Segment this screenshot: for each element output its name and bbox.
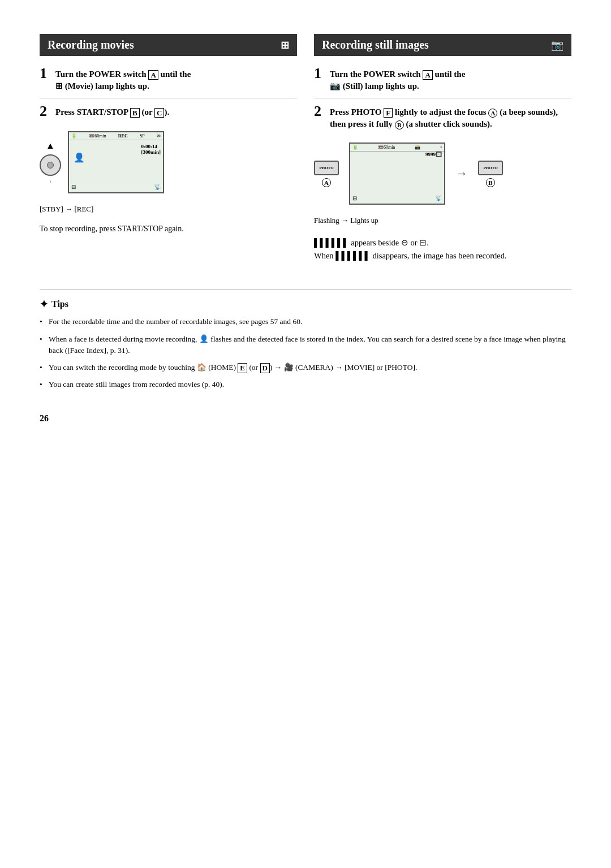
recording-movies-header: Recording movies ⊞ (40, 34, 297, 56)
still-photo-label-a: PHOTO (319, 166, 333, 170)
still-photo-btn-b: PHOTO B (478, 161, 503, 187)
movies-lcd-bat: 🔋 (71, 133, 77, 139)
still-icon: 📷 (551, 39, 563, 51)
still-photo-btn-b-rect: PHOTO (478, 161, 503, 175)
still-lcd-top-a: 🔋 📼60min 📸 • (350, 144, 444, 152)
tips-box-e: E (238, 363, 247, 373)
movies-lcd-sp: SP (140, 133, 145, 139)
movies-lcd-screen: 🔋 📼60min REC SP ✉ 0:00:14 [300min] 👤 ⊟ (68, 131, 164, 193)
still-flashing-label: Flashing → Lights up (314, 216, 378, 225)
still-circle-b-label: B (486, 178, 495, 187)
movies-lcd-60min: 📼60min (89, 133, 106, 139)
still-lcd-screen-a: 🔋 📼60min 📸 • 9999🔲 ⊟ 📡 (349, 142, 445, 205)
movies-step2-box-c: C (154, 108, 164, 118)
still-step1-text: Turn the POWER switch A until the 📷 (Sti… (330, 66, 465, 92)
still-lcd-bat-a: 🔋 (352, 145, 358, 150)
movies-step2-text: Press START/STOP B (or C). (55, 104, 169, 118)
movies-lcd-area: ▲ ↕ 🔋 📼60min REC SP ✉ (40, 131, 164, 193)
movies-lcd-icon1: ⊟ (71, 184, 76, 190)
tips-item-2: When a face is detected during movie rec… (40, 334, 571, 357)
still-step1-box-a: A (423, 70, 432, 80)
still-step2-circle-b: B (395, 120, 404, 129)
movies-lcd-bottom-icons: ⊟ (71, 184, 76, 190)
movies-start-stop-button-left: ▲ ↕ (40, 141, 61, 184)
page-number: 26 (40, 413, 571, 424)
movies-stby-rec: [STBY] → [REC] (40, 205, 93, 214)
still-step1: 1 Turn the POWER switch A until the 📷 (S… (314, 66, 571, 98)
movies-lcd-face: 👤 (74, 152, 85, 163)
movies-stop-note: To stop recording, press START/STOP agai… (40, 223, 184, 235)
tips-label: Tips (51, 299, 68, 309)
tips-item-1: For the recordable time and the number o… (40, 316, 571, 327)
still-lcd-icon-a2: 📡 (435, 195, 442, 201)
recording-still-title: Recording still images (322, 38, 429, 51)
still-step1-number: 1 (314, 66, 325, 81)
movies-lcd-icon2: 📡 (154, 184, 161, 190)
still-appear-line1: ▌▌▌▌▌▌ appears beside ⊖ or ⊟. (314, 236, 507, 249)
movies-btn-circle-left (40, 154, 61, 176)
movies-step1-box-a: A (148, 70, 158, 80)
still-step2: 2 Press PHOTO F lightly to adjust the fo… (314, 104, 571, 268)
movies-step2-number: 2 (40, 104, 51, 119)
still-step2-text: Press PHOTO F lightly to adjust the focu… (330, 104, 571, 130)
tips-list: For the recordable time and the number o… (40, 316, 571, 390)
movies-lcd-bottom-right: 📡 (154, 184, 161, 190)
still-lcd-2m-a: 📸 (415, 145, 420, 150)
recording-movies-title: Recording movies (48, 38, 134, 51)
tips-box-d: D (260, 363, 270, 373)
movies-step1: 1 Turn the POWER switch A until the ⊞ (M… (40, 66, 297, 98)
movies-lcd-time: 0:00:14 [300min] (141, 144, 161, 155)
recording-still-column: Recording still images 📷 1 Turn the POWE… (314, 34, 571, 274)
recording-movies-column: Recording movies ⊞ 1 Turn the POWER swit… (40, 34, 297, 274)
tips-item-3: You can switch the recording mode by tou… (40, 362, 571, 373)
movies-lcd-envelope: ✉ (157, 133, 161, 139)
still-circle-a-label: A (322, 178, 331, 187)
movies-step1-text: Turn the POWER switch A until the ⊞ (Mov… (55, 66, 191, 92)
still-camera-area: PHOTO A 🔋 📼60min 📸 • 9999🔲 ⊟ 📡 (314, 142, 503, 205)
still-lcd-dot-a: • (440, 145, 442, 150)
still-step2-circle-a: A (488, 109, 497, 118)
still-appear-line2: When ▌▌▌▌▌▌ disappears, the image has be… (314, 249, 507, 262)
movies-step2: 2 Press START/STOP B (or C). ▲ ↕ (40, 104, 297, 240)
tips-title: ✦ Tips (40, 298, 571, 310)
movies-lcd-rec: REC (118, 133, 128, 139)
still-photo-btn-a-rect: PHOTO (314, 161, 339, 175)
tips-star-icon: ✦ (40, 298, 48, 310)
tips-item-4: You can create still images from recorde… (40, 379, 571, 390)
still-appear-text: ▌▌▌▌▌▌ appears beside ⊖ or ⊟. When ▌▌▌▌▌… (314, 236, 507, 262)
still-lcd-icon-a: ⊟ (352, 195, 357, 201)
movies-step1-number: 1 (40, 66, 51, 81)
still-lcd-count-a: 9999🔲 (425, 152, 442, 157)
still-photo-label-b: PHOTO (483, 166, 497, 170)
tips-section: ✦ Tips For the recordable time and the n… (40, 290, 571, 390)
still-arrow: → (455, 166, 468, 181)
still-photo-btn-a: PHOTO A (314, 161, 339, 187)
still-lcd-60min-a: 📼60min (378, 145, 395, 150)
still-step2-box-f: F (384, 108, 393, 118)
still-step2-number: 2 (314, 104, 325, 119)
movies-step2-box-b: B (130, 108, 140, 118)
recording-still-header: Recording still images 📷 (314, 34, 571, 56)
movies-icon: ⊞ (281, 39, 289, 51)
movies-lcd-top-bar: 🔋 📼60min REC SP ✉ (69, 132, 163, 140)
